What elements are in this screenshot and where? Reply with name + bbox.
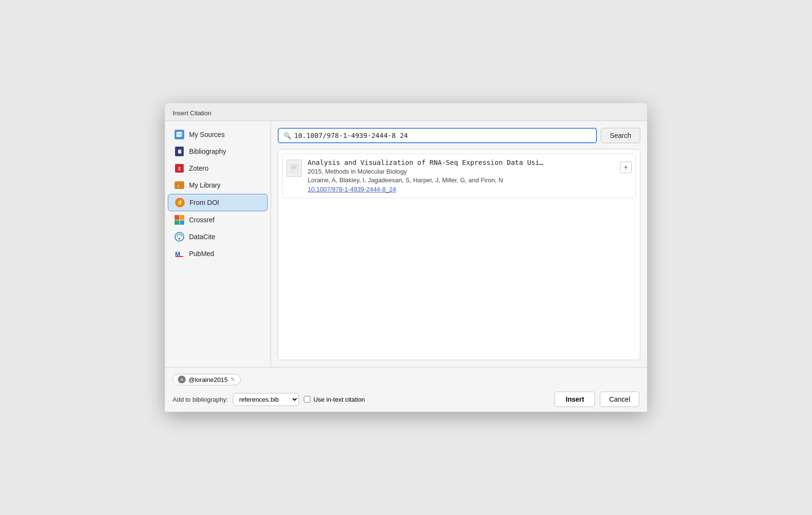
search-button[interactable]: Search xyxy=(601,128,640,143)
result-authors: Loraine, A, Blakley, I, Jagadeesan, S, H… xyxy=(308,176,614,184)
mylibrary-icon: z xyxy=(175,180,184,190)
zotero-icon: z xyxy=(175,163,184,173)
search-icon: 🔍 xyxy=(284,132,291,139)
sidebar-item-my-library[interactable]: z My Library xyxy=(168,177,268,193)
sidebar-label-bibliography: Bibliography xyxy=(189,148,226,155)
result-title: Analysis and Visualization of RNA-Seq Ex… xyxy=(308,159,614,166)
footer-right: Insert Cancel xyxy=(555,392,639,407)
sidebar-item-zotero[interactable]: z Zotero xyxy=(168,160,268,176)
footer-left: Add to bibliography: references.bib Use … xyxy=(173,393,365,406)
citation-tag-remove[interactable]: ✕ xyxy=(178,376,186,383)
citation-tag-edit[interactable]: ✎ xyxy=(230,376,235,383)
sidebar-label-zotero: Zotero xyxy=(189,164,208,172)
bottom-bar: ✕ @loraine2015 ✎ Add to bibliography: re… xyxy=(165,367,647,412)
intext-checkbox-label[interactable]: Use in-text citation xyxy=(304,396,365,403)
sidebar-item-pubmed[interactable]: M PubMed xyxy=(168,245,268,262)
crossref-icon xyxy=(175,215,184,225)
checkbox-text: Use in-text citation xyxy=(313,396,365,403)
search-input[interactable] xyxy=(294,132,591,139)
result-meta: 2015, Methods in Molecular Biology xyxy=(308,168,614,175)
citation-tags: ✕ @loraine2015 ✎ xyxy=(173,372,639,387)
sidebar-label-my-sources: My Sources xyxy=(189,131,225,138)
pubmed-icon: M xyxy=(175,249,184,258)
bibliography-icon: 📋 xyxy=(175,147,184,156)
dialog-body: >> My Sources 📋 Bibliography z Zotero xyxy=(165,121,647,367)
sidebar-item-from-doi[interactable]: d From DOI xyxy=(168,194,268,211)
citation-tag-text: @loraine2015 xyxy=(189,376,228,383)
intext-checkbox[interactable] xyxy=(304,396,311,403)
insert-button[interactable]: Insert xyxy=(555,392,595,407)
mysources-icon: >> xyxy=(175,130,184,139)
result-content: Analysis and Visualization of RNA-Seq Ex… xyxy=(308,159,614,193)
dialog-titlebar: Insert Citation xyxy=(165,103,647,121)
result-item: Analysis and Visualization of RNA-Seq Ex… xyxy=(282,153,636,198)
sidebar-label-crossref: Crossref xyxy=(189,216,215,224)
sidebar-item-datacite[interactable]: DataCite xyxy=(168,229,268,245)
result-add-button[interactable]: + xyxy=(620,162,632,173)
result-document-icon xyxy=(286,160,302,177)
results-area: Analysis and Visualization of RNA-Seq Ex… xyxy=(278,149,640,360)
fromdoi-icon: d xyxy=(175,198,185,207)
sidebar-label-pubmed: PubMed xyxy=(189,250,214,258)
svg-point-5 xyxy=(178,238,180,240)
bibliography-label: Add to bibliography: xyxy=(173,396,228,403)
search-bar: 🔍 Search xyxy=(278,128,640,143)
svg-rect-8 xyxy=(291,164,298,172)
insert-citation-dialog: Insert Citation >> My Sources xyxy=(165,103,647,412)
search-input-wrapper: 🔍 xyxy=(278,128,597,143)
sidebar-label-my-library: My Library xyxy=(189,181,220,189)
citation-tag: ✕ @loraine2015 ✎ xyxy=(173,374,241,385)
result-journal: Methods in Molecular Biology xyxy=(325,168,407,175)
svg-point-4 xyxy=(175,232,184,241)
svg-text:z: z xyxy=(177,184,179,188)
cancel-button[interactable]: Cancel xyxy=(600,392,639,407)
sidebar-label-datacite: DataCite xyxy=(189,233,215,241)
sidebar-label-from-doi: From DOI xyxy=(189,199,219,206)
dialog-title: Insert Citation xyxy=(173,109,211,117)
main-content: 🔍 Search xyxy=(271,121,647,367)
svg-text:>>: >> xyxy=(177,133,181,136)
sidebar-item-crossref[interactable]: Crossref xyxy=(168,212,268,228)
footer-controls: Add to bibliography: references.bib Use … xyxy=(173,392,639,407)
sidebar: >> My Sources 📋 Bibliography z Zotero xyxy=(165,121,271,367)
result-doi-link[interactable]: 10.1007/978-1-4939-2444-8_24 xyxy=(308,186,396,193)
datacite-icon xyxy=(175,232,184,242)
result-year: 2015 xyxy=(308,168,322,175)
sidebar-item-bibliography[interactable]: 📋 Bibliography xyxy=(168,143,268,160)
sidebar-item-my-sources[interactable]: >> My Sources xyxy=(168,126,268,143)
bibliography-select[interactable]: references.bib xyxy=(233,393,299,406)
